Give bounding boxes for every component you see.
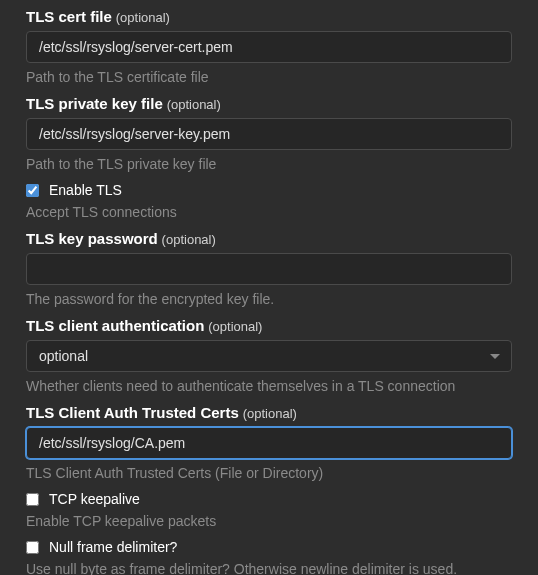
tls-key-password-label: TLS key password [26, 230, 158, 247]
tls-key-password-label-row: TLS key password (optional) [26, 230, 512, 247]
tls-client-auth-label: TLS client authentication [26, 317, 204, 334]
null-frame-delimiter-help: Use null byte as frame delimiter? Otherw… [26, 561, 512, 575]
tls-client-auth-help: Whether clients need to authenticate the… [26, 378, 512, 394]
tls-private-key-file-optional: (optional) [167, 97, 221, 112]
enable-tls-checkbox[interactable] [26, 184, 39, 197]
tls-cert-file-label: TLS cert file [26, 8, 112, 25]
tls-private-key-file-help: Path to the TLS private key file [26, 156, 512, 172]
tcp-keepalive-checkbox[interactable] [26, 493, 39, 506]
null-frame-delimiter-checkbox[interactable] [26, 541, 39, 554]
enable-tls-label[interactable]: Enable TLS [49, 182, 122, 198]
tls-client-auth-optional: (optional) [208, 319, 262, 334]
tls-private-key-file-label: TLS private key file [26, 95, 163, 112]
tls-cert-file-group: TLS cert file (optional) Path to the TLS… [26, 8, 512, 85]
tls-key-password-help: The password for the encrypted key file. [26, 291, 512, 307]
tls-key-password-group: TLS key password (optional) The password… [26, 230, 512, 307]
tcp-keepalive-row: TCP keepalive [26, 491, 512, 507]
tls-client-auth-trusted-certs-optional: (optional) [243, 406, 297, 421]
tls-client-auth-group: TLS client authentication (optional) opt… [26, 317, 512, 394]
tls-cert-file-optional: (optional) [116, 10, 170, 25]
tls-client-auth-trusted-certs-group: TLS Client Auth Trusted Certs (optional)… [26, 404, 512, 481]
tls-cert-file-help: Path to the TLS certificate file [26, 69, 512, 85]
tls-key-password-input[interactable] [26, 253, 512, 285]
tls-private-key-file-label-row: TLS private key file (optional) [26, 95, 512, 112]
tcp-keepalive-label[interactable]: TCP keepalive [49, 491, 140, 507]
tls-client-auth-trusted-certs-label-row: TLS Client Auth Trusted Certs (optional) [26, 404, 512, 421]
enable-tls-row: Enable TLS [26, 182, 512, 198]
tcp-keepalive-group: TCP keepalive Enable TCP keepalive packe… [26, 491, 512, 529]
null-frame-delimiter-label[interactable]: Null frame delimiter? [49, 539, 177, 555]
tls-client-auth-trusted-certs-help: TLS Client Auth Trusted Certs (File or D… [26, 465, 512, 481]
enable-tls-group: Enable TLS Accept TLS connections [26, 182, 512, 220]
tcp-keepalive-help: Enable TCP keepalive packets [26, 513, 512, 529]
enable-tls-help: Accept TLS connections [26, 204, 512, 220]
null-frame-delimiter-row: Null frame delimiter? [26, 539, 512, 555]
tls-private-key-file-input[interactable] [26, 118, 512, 150]
tls-client-auth-select[interactable]: optional [26, 340, 512, 372]
tls-cert-file-label-row: TLS cert file (optional) [26, 8, 512, 25]
tls-client-auth-trusted-certs-input[interactable] [26, 427, 512, 459]
tls-client-auth-label-row: TLS client authentication (optional) [26, 317, 512, 334]
tls-client-auth-trusted-certs-label: TLS Client Auth Trusted Certs [26, 404, 239, 421]
tls-key-password-optional: (optional) [162, 232, 216, 247]
null-frame-delimiter-group: Null frame delimiter? Use null byte as f… [26, 539, 512, 575]
tls-cert-file-input[interactable] [26, 31, 512, 63]
tls-private-key-file-group: TLS private key file (optional) Path to … [26, 95, 512, 172]
